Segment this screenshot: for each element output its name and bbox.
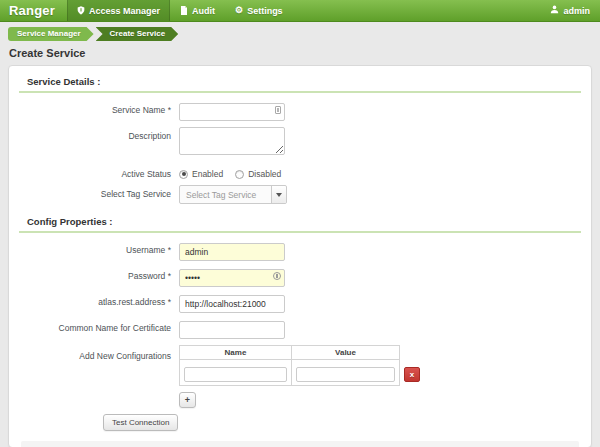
delete-config-row-button[interactable]: x	[404, 367, 420, 382]
description-textarea[interactable]	[179, 127, 285, 155]
service-name-row: Service Name *	[19, 101, 581, 121]
nav-item-label: Audit	[192, 6, 215, 16]
select-tag-service-placeholder: Select Tag Service	[180, 186, 271, 203]
common-name-row: Common Name for Certificate	[19, 319, 581, 339]
nav-item-audit[interactable]: Audit	[170, 0, 225, 21]
user-icon	[550, 5, 559, 16]
password-label: Password *	[19, 267, 179, 281]
page-title: Create Service	[9, 47, 592, 59]
nav-item-settings[interactable]: ⚙ Settings	[225, 0, 293, 21]
service-name-control	[179, 101, 285, 121]
radio-option-enabled[interactable]: Enabled	[179, 169, 223, 179]
config-column-name: Name	[180, 346, 292, 360]
add-config-row-button[interactable]: +	[179, 392, 196, 408]
shield-icon	[77, 6, 85, 15]
active-status-row: Active Status Enabled Disabled	[19, 165, 581, 179]
username-input[interactable]	[179, 243, 285, 261]
config-table: Name Value	[179, 345, 400, 386]
radio-option-disabled[interactable]: Disabled	[235, 169, 281, 179]
add-new-configurations-row: Add New Configurations Name Value	[19, 345, 581, 386]
active-status-radio-group: Enabled Disabled	[179, 165, 281, 179]
radio-enabled-label: Enabled	[192, 169, 223, 179]
form-actions-bar: Add Cancel	[21, 441, 579, 447]
add-config-spacer	[19, 392, 179, 396]
config-name-input[interactable]	[184, 367, 287, 382]
radio-disabled-label: Disabled	[248, 169, 281, 179]
common-name-input[interactable]	[179, 321, 285, 339]
select-tag-service-label: Select Tag Service	[19, 185, 179, 199]
atlas-rest-address-row: atlas.rest.address *	[19, 293, 581, 313]
config-table-header-row: Name Value	[180, 346, 400, 360]
radio-disabled-icon[interactable]	[235, 170, 244, 179]
service-details-heading: Service Details :	[19, 74, 581, 93]
dropdown-caret-box[interactable]	[271, 186, 286, 203]
config-table-row	[180, 360, 400, 386]
active-status-label: Active Status	[19, 165, 179, 179]
description-label: Description	[19, 127, 179, 141]
username-label: Username *	[19, 241, 179, 255]
breadcrumb-create-service[interactable]: Create Service	[96, 27, 179, 41]
create-service-form-panel: Service Details : Service Name * Descrip…	[8, 65, 592, 447]
add-new-configurations-label: Add New Configurations	[19, 345, 179, 361]
atlas-rest-address-control	[179, 293, 285, 313]
user-menu[interactable]: admin	[540, 0, 600, 21]
atlas-rest-address-input[interactable]	[179, 295, 285, 313]
navbar-spacer	[293, 0, 541, 21]
user-name: admin	[563, 6, 590, 16]
common-name-label: Common Name for Certificate	[19, 319, 179, 333]
description-control	[179, 127, 285, 159]
password-input[interactable]	[179, 269, 285, 287]
top-navbar: Ranger Access Manager Audit ⚙ Settings a…	[0, 0, 600, 22]
config-table-wrap: Name Value x	[179, 345, 420, 386]
atlas-rest-address-label: atlas.rest.address *	[19, 293, 179, 307]
config-value-input[interactable]	[296, 367, 395, 382]
config-column-value: Value	[292, 346, 400, 360]
add-config-row: +	[19, 392, 581, 408]
password-info-icon[interactable]	[273, 272, 281, 280]
field-info-icon[interactable]	[275, 106, 281, 114]
page-content: Service Manager Create Service Create Se…	[0, 22, 600, 447]
nav-item-label: Access Manager	[89, 6, 160, 16]
ranger-logo[interactable]: Ranger	[0, 0, 67, 21]
nav-item-label: Settings	[247, 6, 283, 16]
password-row: Password *	[19, 267, 581, 287]
select-tag-service-dropdown[interactable]: Select Tag Service	[179, 185, 287, 204]
config-value-cell	[292, 360, 400, 386]
common-name-control	[179, 319, 285, 339]
config-properties-heading: Config Properties :	[19, 214, 581, 233]
password-control	[179, 267, 285, 287]
select-tag-service-row: Select Tag Service Select Tag Service	[19, 185, 581, 204]
config-name-cell	[180, 360, 292, 386]
test-connection-button[interactable]: Test Connection	[103, 414, 178, 431]
test-connection-row: Test Connection	[19, 414, 581, 431]
nav-item-access-manager[interactable]: Access Manager	[67, 0, 170, 21]
username-control	[179, 241, 285, 261]
description-row: Description	[19, 127, 581, 159]
breadcrumb: Service Manager Create Service	[8, 27, 592, 41]
document-icon	[180, 6, 188, 15]
gear-icon: ⚙	[235, 6, 243, 15]
radio-enabled-icon[interactable]	[179, 170, 188, 179]
username-row: Username *	[19, 241, 581, 261]
service-name-label: Service Name *	[19, 101, 179, 115]
service-name-input[interactable]	[179, 103, 285, 121]
chevron-down-icon	[276, 193, 282, 197]
breadcrumb-service-manager[interactable]: Service Manager	[8, 27, 94, 41]
